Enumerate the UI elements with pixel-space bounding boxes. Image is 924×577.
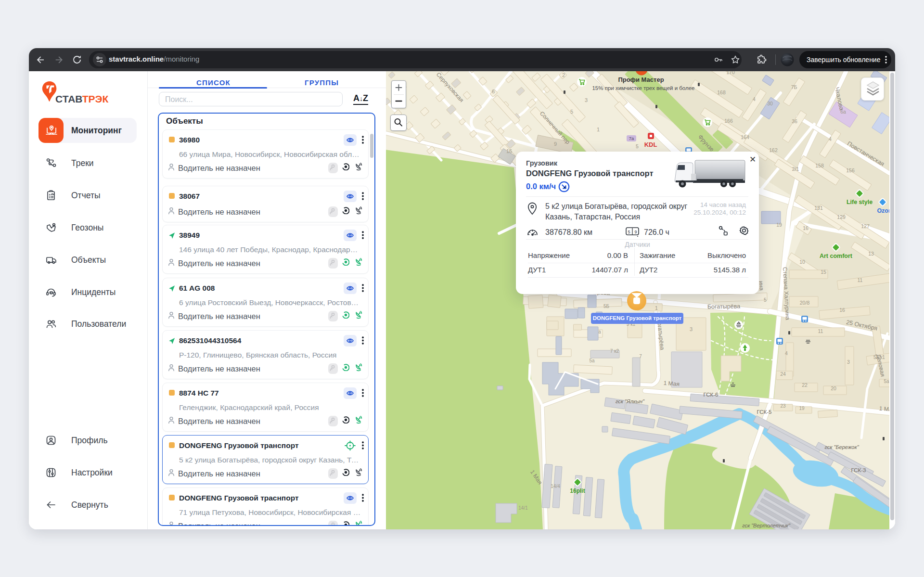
svg-text:Art comfort: Art comfort: [820, 253, 853, 259]
svg-text:131: 131: [814, 205, 823, 211]
svg-text:129: 129: [837, 214, 846, 220]
svg-text:5: 5: [570, 109, 573, 115]
svg-text:ГСК-6: ГСК-6: [704, 392, 719, 397]
svg-text:5а: 5а: [884, 379, 889, 384]
svg-text:7а: 7а: [629, 136, 634, 141]
svg-text:14/4: 14/4: [551, 484, 560, 489]
svg-text:127: 127: [861, 223, 870, 229]
svg-text:6: 6: [492, 89, 495, 94]
svg-text:1: 1: [655, 305, 658, 311]
svg-text:гск "Вертолетчик": гск "Вертолетчик": [742, 523, 791, 528]
svg-text:20/8: 20/8: [800, 300, 810, 306]
svg-text:16: 16: [506, 148, 512, 154]
svg-text:36: 36: [792, 118, 797, 124]
svg-text:5: 5: [628, 230, 630, 234]
svg-text:9: 9: [634, 230, 637, 234]
svg-text:19: 19: [799, 406, 805, 411]
svg-text:гск "Бережок": гск "Бережок": [824, 444, 859, 450]
svg-text:гск "Ялкын": гск "Ялкын": [616, 398, 645, 404]
svg-text:Ozon: Ozon: [877, 207, 889, 214]
svg-text:3: 3: [847, 359, 850, 365]
svg-text:KDL: KDL: [644, 141, 657, 148]
svg-text:19: 19: [776, 222, 782, 228]
svg-text:5Б: 5Б: [603, 304, 610, 309]
svg-text:4: 4: [753, 96, 756, 102]
svg-text:24: 24: [780, 371, 786, 377]
svg-text:Life style: Life style: [847, 199, 873, 205]
svg-text:16: 16: [839, 307, 845, 313]
svg-text:1: 1: [597, 127, 600, 132]
svg-text:ГСК-5: ГСК-5: [757, 409, 772, 415]
svg-text:168: 168: [717, 90, 726, 95]
svg-text:30: 30: [767, 101, 773, 106]
svg-text:5а: 5а: [589, 358, 595, 363]
svg-text:3: 3: [690, 326, 693, 332]
svg-text:2: 2: [562, 72, 565, 78]
svg-text:13: 13: [868, 251, 874, 256]
svg-text:Богатырёва: Богатырёва: [707, 303, 740, 310]
svg-text:16plit: 16plit: [570, 487, 585, 494]
svg-text:14/1: 14/1: [518, 505, 528, 511]
svg-text:156: 156: [846, 167, 855, 173]
svg-text:15% при химчистке трех вещей и: 15% при химчистке трех вещей и более: [592, 85, 694, 91]
svg-text:1 Мая: 1 Мая: [663, 380, 680, 387]
svg-text:164: 164: [741, 134, 749, 140]
svg-text:23: 23: [780, 403, 786, 409]
svg-text:20: 20: [831, 385, 836, 391]
svg-text:4: 4: [785, 350, 788, 356]
svg-text:ГСК-3: ГСК-3: [851, 467, 866, 473]
svg-text:158: 158: [815, 163, 824, 168]
svg-text:15: 15: [821, 269, 826, 275]
svg-text:3: 3: [585, 97, 588, 103]
svg-text:5: 5: [764, 297, 767, 303]
svg-text:4: 4: [829, 136, 832, 142]
svg-text:22: 22: [802, 382, 808, 388]
svg-text:11: 11: [858, 277, 863, 283]
svg-text:5: 5: [636, 143, 639, 149]
svg-text:7: 7: [639, 354, 642, 359]
svg-text:11: 11: [818, 328, 823, 334]
svg-text:10: 10: [799, 259, 805, 265]
svg-text:162: 162: [769, 147, 778, 153]
svg-text:170: 170: [726, 71, 735, 75]
svg-text:166: 166: [724, 118, 733, 124]
svg-text:16: 16: [803, 225, 808, 231]
svg-text:Профи Мастер: Профи Мастер: [618, 76, 664, 83]
svg-text:7 к2: 7 к2: [610, 348, 619, 354]
svg-text:2/1: 2/1: [792, 166, 799, 172]
svg-text:7Б: 7Б: [791, 84, 797, 90]
svg-text:9: 9: [554, 141, 557, 147]
